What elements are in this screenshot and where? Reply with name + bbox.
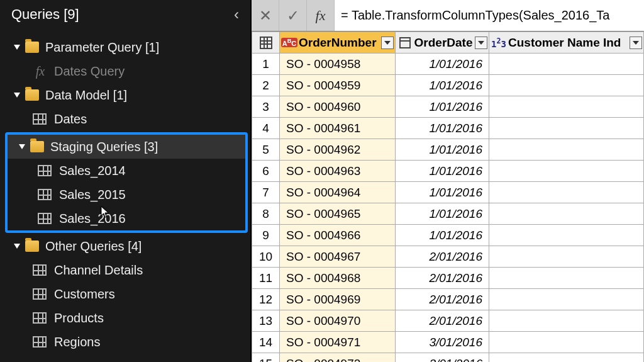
formula-cancel-button[interactable]: ✕ xyxy=(252,0,279,31)
table-row[interactable]: 4SO - 00049611/01/2016 xyxy=(252,118,644,139)
column-header[interactable]: ABCOrderNumber xyxy=(280,32,396,54)
tree-query[interactable]: Sales_2014 xyxy=(8,159,245,183)
column-filter-button[interactable] xyxy=(630,37,642,49)
expand-toggle-icon[interactable] xyxy=(19,144,25,149)
tree-folder[interactable]: Staging Queries [3] xyxy=(8,135,245,159)
expand-toggle-icon[interactable] xyxy=(14,244,20,249)
table-row[interactable]: 13SO - 00049702/01/2016 xyxy=(252,310,644,332)
cell[interactable]: SO - 0004964 xyxy=(280,182,396,203)
cell[interactable]: 1/01/2016 xyxy=(395,161,489,182)
cell[interactable]: 3/01/2016 xyxy=(395,332,489,353)
tree-folder[interactable]: Data Model [1] xyxy=(3,83,250,107)
tree-query[interactable]: Sales_2016 xyxy=(8,206,245,230)
row-number[interactable]: 5 xyxy=(252,139,280,161)
tree-query[interactable]: Sales_2015 xyxy=(8,183,245,206)
table-row[interactable]: 11SO - 00049682/01/2016 xyxy=(252,268,644,289)
cell[interactable]: 2/01/2016 xyxy=(395,268,489,289)
cell[interactable] xyxy=(489,203,643,225)
formula-fx-button[interactable]: fx xyxy=(307,0,335,31)
table-row[interactable]: 5SO - 00049621/01/2016 xyxy=(252,139,644,161)
cell[interactable] xyxy=(489,75,643,96)
cell[interactable] xyxy=(489,118,643,139)
tree-query[interactable]: Products xyxy=(3,306,250,330)
tree-query[interactable]: Customers xyxy=(3,282,250,306)
row-number[interactable]: 6 xyxy=(252,161,280,182)
formula-commit-button[interactable]: ✓ xyxy=(279,0,307,31)
row-number[interactable]: 12 xyxy=(252,289,280,310)
cell[interactable]: SO - 0004960 xyxy=(280,96,396,118)
table-row[interactable]: 2SO - 00049591/01/2016 xyxy=(252,75,644,96)
tree-folder[interactable]: Other Queries [4] xyxy=(3,234,250,258)
cell[interactable] xyxy=(489,96,643,118)
cell[interactable]: SO - 0004967 xyxy=(280,246,396,268)
row-number[interactable]: 8 xyxy=(252,203,280,225)
column-filter-button[interactable] xyxy=(381,37,394,49)
table-row[interactable]: 10SO - 00049672/01/2016 xyxy=(252,246,644,268)
cell[interactable] xyxy=(489,139,643,161)
cell[interactable]: SO - 0004966 xyxy=(280,225,396,246)
table-row[interactable]: 14SO - 00049713/01/2016 xyxy=(252,332,644,353)
cell[interactable]: SO - 0004961 xyxy=(280,118,396,139)
cell[interactable]: 3/01/2016 xyxy=(395,353,489,363)
table-row[interactable]: 15SO - 00049723/01/2016 xyxy=(252,353,644,363)
column-header[interactable]: 123Customer Name Ind xyxy=(489,32,643,54)
expand-toggle-icon[interactable] xyxy=(14,93,20,98)
row-number[interactable]: 2 xyxy=(252,75,280,96)
tree-folder[interactable]: Parameter Query [1] xyxy=(3,35,250,59)
table-row[interactable]: 3SO - 00049601/01/2016 xyxy=(252,96,644,118)
expand-toggle-icon[interactable] xyxy=(14,45,20,50)
data-grid[interactable]: ABCOrderNumberOrderDate123Customer Name … xyxy=(252,31,644,362)
row-number[interactable]: 13 xyxy=(252,310,280,332)
cell[interactable] xyxy=(489,332,643,353)
table-row[interactable]: 7SO - 00049641/01/2016 xyxy=(252,182,644,203)
column-header[interactable]: OrderDate xyxy=(395,32,489,54)
row-number[interactable]: 15 xyxy=(252,353,280,363)
formula-input[interactable] xyxy=(335,0,644,31)
cell[interactable]: 1/01/2016 xyxy=(395,118,489,139)
cell[interactable]: SO - 0004969 xyxy=(280,289,396,310)
cell[interactable]: SO - 0004971 xyxy=(280,332,396,353)
cell[interactable]: SO - 0004963 xyxy=(280,161,396,182)
cell[interactable]: 2/01/2016 xyxy=(395,289,489,310)
cell[interactable]: SO - 0004962 xyxy=(280,139,396,161)
cell[interactable]: 1/01/2016 xyxy=(395,139,489,161)
tree-query[interactable]: Channel Details xyxy=(3,258,250,282)
column-filter-button[interactable] xyxy=(475,37,487,49)
cell[interactable]: 1/01/2016 xyxy=(395,225,489,246)
row-number[interactable]: 7 xyxy=(252,182,280,203)
table-row[interactable]: 1SO - 00049581/01/2016 xyxy=(252,54,644,75)
cell[interactable]: 2/01/2016 xyxy=(395,246,489,268)
cell[interactable]: 1/01/2016 xyxy=(395,75,489,96)
row-number[interactable]: 14 xyxy=(252,332,280,353)
cell[interactable]: SO - 0004968 xyxy=(280,268,396,289)
cell[interactable]: 1/01/2016 xyxy=(395,96,489,118)
cell[interactable]: 1/01/2016 xyxy=(395,203,489,225)
tree-query[interactable]: fxDates Query xyxy=(3,59,250,83)
cell[interactable] xyxy=(489,310,643,332)
cell[interactable] xyxy=(489,353,643,363)
cell[interactable] xyxy=(489,182,643,203)
cell[interactable]: SO - 0004958 xyxy=(280,54,396,75)
cell[interactable] xyxy=(489,225,643,246)
cell[interactable] xyxy=(489,54,643,75)
table-row[interactable]: 9SO - 00049661/01/2016 xyxy=(252,225,644,246)
cell[interactable]: 2/01/2016 xyxy=(395,310,489,332)
cell[interactable]: SO - 0004965 xyxy=(280,203,396,225)
cell[interactable] xyxy=(489,161,643,182)
cell[interactable]: SO - 0004970 xyxy=(280,310,396,332)
cell[interactable] xyxy=(489,289,643,310)
row-number[interactable]: 10 xyxy=(252,246,280,268)
table-row[interactable]: 8SO - 00049651/01/2016 xyxy=(252,203,644,225)
table-row[interactable]: 6SO - 00049631/01/2016 xyxy=(252,161,644,182)
tree-query[interactable]: Dates xyxy=(3,107,250,131)
row-number[interactable]: 11 xyxy=(252,268,280,289)
row-number[interactable]: 4 xyxy=(252,118,280,139)
cell[interactable]: 1/01/2016 xyxy=(395,54,489,75)
collapse-sidebar-button[interactable]: ‹ xyxy=(234,7,239,22)
row-number[interactable]: 1 xyxy=(252,54,280,75)
cell[interactable]: 1/01/2016 xyxy=(395,182,489,203)
row-number[interactable]: 9 xyxy=(252,225,280,246)
cell[interactable]: SO - 0004959 xyxy=(280,75,396,96)
cell[interactable]: SO - 0004972 xyxy=(280,353,396,363)
table-row[interactable]: 12SO - 00049692/01/2016 xyxy=(252,289,644,310)
